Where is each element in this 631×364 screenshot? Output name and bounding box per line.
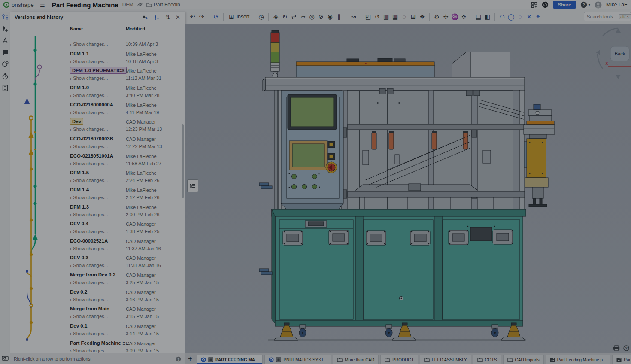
release-icon[interactable]: [2, 37, 9, 44]
show-changes-link[interactable]: ›Show changes...: [70, 195, 108, 200]
preview-corner[interactable]: [0, 353, 10, 364]
electrical-cabinet[interactable]: [272, 209, 526, 326]
show-changes-link[interactable]: ›Show changes...: [70, 331, 108, 336]
show-changes-link[interactable]: ›Show changes...: [70, 246, 108, 251]
bom-icon[interactable]: [2, 85, 9, 91]
close-panel-icon[interactable]: ✕: [176, 15, 180, 20]
user-name[interactable]: Mike LaF: [606, 2, 631, 8]
revolute-mate-icon[interactable]: ↻: [280, 13, 289, 20]
cam-relation-icon[interactable]: ✣: [441, 13, 450, 20]
show-changes-link[interactable]: ›Show changes...: [70, 178, 108, 183]
hopper-box[interactable]: [452, 52, 510, 79]
gear-relation-icon[interactable]: ⚙: [432, 13, 441, 20]
show-changes-link[interactable]: ›Show changes...: [70, 93, 108, 98]
group-icon[interactable]: ⊞: [409, 13, 418, 20]
version-row[interactable]: ECO-0218000000A›Show changes...Mike LaFl…: [10, 101, 185, 118]
view-cube[interactable]: Back X Z: [594, 25, 631, 83]
document-tab[interactable]: Part: [612, 355, 631, 364]
version-row[interactable]: Dev›Show changes...CAD Manager12:23 PM M…: [10, 118, 185, 135]
version-row[interactable]: DFM 1.4›Show changes...Mike LaFleche2:12…: [10, 186, 185, 203]
version-row[interactable]: ECO-00002521A›Show changes...CAD Manager…: [10, 237, 185, 254]
show-changes-link[interactable]: ›Show changes...: [70, 263, 108, 268]
graphics-viewport[interactable]: Back X Z ?: [185, 24, 631, 353]
pin-slot-mate-icon[interactable]: ⊘: [316, 13, 325, 20]
document-tab[interactable]: Part Feeding Machine.p...: [546, 355, 611, 364]
show-changes-link[interactable]: ›Show changes...: [70, 127, 108, 132]
instance-list-toggle[interactable]: [187, 179, 198, 192]
show-changes-link[interactable]: ›Show changes...: [70, 348, 108, 353]
machine-3d-model[interactable]: [185, 24, 631, 353]
show-changes-link[interactable]: ›Show changes...: [70, 161, 108, 166]
control-panel[interactable]: [281, 91, 343, 209]
show-changes-link[interactable]: ›Show changes...: [70, 144, 108, 149]
document-tab[interactable]: FEED ASSEMBLY: [420, 355, 471, 364]
ball-mate-icon[interactable]: ◉: [325, 13, 334, 20]
linear-pattern-icon[interactable]: ▦: [391, 13, 400, 20]
version-row[interactable]: Dev 0.2›Show changes...CAD Manager3:16 P…: [10, 288, 185, 305]
insight-icon[interactable]: [2, 61, 9, 68]
learning-center-icon[interactable]: [542, 1, 549, 8]
named-views-icon[interactable]: ⌖: [534, 13, 543, 20]
version-row[interactable]: Merge from Dev 0.2›Show changes...CAD Ma…: [10, 271, 185, 288]
document-tab[interactable]: More than CAD: [333, 355, 379, 364]
panel-scrollbar[interactable]: [182, 124, 184, 198]
circular-pattern-icon[interactable]: ◌: [400, 13, 409, 20]
emergency-stop-button[interactable]: [326, 162, 337, 173]
snapshot-icon[interactable]: ◌: [516, 13, 525, 20]
document-tab[interactable]: CAD Imports: [503, 355, 544, 364]
mate-relations-icon[interactable]: ❖: [418, 13, 427, 20]
fastened-mate-icon[interactable]: ◈: [271, 13, 280, 20]
configurations-icon[interactable]: [2, 26, 9, 33]
exploded-view-icon[interactable]: ◯: [507, 13, 516, 20]
version-row[interactable]: DFM 1.1›Show changes...Mike LaFleche10:1…: [10, 50, 185, 67]
version-row[interactable]: DEV 0.3›Show changes...CAD Manager11:31 …: [10, 254, 185, 271]
create-version-icon[interactable]: [142, 15, 148, 20]
rotate-icon[interactable]: ↺: [373, 13, 382, 20]
copy-link-icon[interactable]: [137, 2, 143, 7]
show-changes-link[interactable]: ›Show changes...: [70, 229, 108, 234]
user-avatar[interactable]: [595, 1, 602, 9]
isolate-icon[interactable]: ✕: [525, 13, 534, 20]
document-tab[interactable]: COTS: [473, 355, 501, 364]
document-tab[interactable]: PART FEEDING MA...: [197, 355, 263, 364]
version-row[interactable]: DFM 1.0 PNUEMATICS›Show changes...Mike L…: [10, 67, 185, 84]
help-menu[interactable]: ? ▾: [580, 1, 590, 8]
version-row[interactable]: DFM 1.3›Show changes...Mike LaFleche2:00…: [10, 203, 185, 220]
app-store-icon[interactable]: [531, 2, 537, 8]
undo-icon[interactable]: ↶: [188, 13, 197, 20]
version-row[interactable]: Merge from Main›Show changes...CAD Manag…: [10, 305, 185, 322]
slider-mate-icon[interactable]: ⇄: [289, 13, 298, 20]
show-changes-link[interactable]: ›Show changes...: [70, 42, 108, 47]
create-branch-icon[interactable]: [154, 15, 160, 20]
version-row[interactable]: DFM 1.5›Show changes...Mike LaFleche2:24…: [10, 169, 185, 186]
replicate-icon[interactable]: ▥: [382, 13, 391, 20]
pick-head-assembly[interactable]: [524, 104, 555, 207]
document-tab[interactable]: PRODUCT: [380, 355, 418, 364]
planar-mate-icon[interactable]: ▱: [298, 13, 307, 20]
status-help-icon[interactable]: ?: [176, 356, 181, 362]
parallel-mate-icon[interactable]: ∥: [334, 13, 343, 20]
show-changes-link[interactable]: ›Show changes...: [70, 280, 108, 285]
path-mate-icon[interactable]: ↝: [349, 13, 358, 20]
add-tab-button[interactable]: +: [185, 353, 196, 364]
screw-relation-icon[interactable]: ≎: [459, 13, 468, 20]
show-changes-link[interactable]: ›Show changes...: [70, 59, 108, 64]
show-changes-link[interactable]: ›Show changes...: [70, 314, 108, 319]
version-row[interactable]: Dev 0.1›Show changes...CAD Manager3:14 P…: [10, 322, 185, 339]
show-changes-link[interactable]: ›Show changes...: [70, 76, 108, 81]
version-row[interactable]: ECO-0218051001A›Show changes...Mike LaFl…: [10, 152, 185, 169]
version-row[interactable]: ›Show changes...10:39 AM Apr 3: [10, 36, 185, 50]
show-changes-link[interactable]: ›Show changes...: [70, 110, 108, 115]
display-states-icon[interactable]: ▤: [474, 13, 483, 20]
version-row[interactable]: DEV 0.4›Show changes...CAD Manager1:38 P…: [10, 220, 185, 237]
comments-icon[interactable]: [2, 49, 9, 56]
performance-icon[interactable]: [2, 73, 9, 80]
insert-button[interactable]: ⊞Insert: [226, 13, 251, 20]
versions-history-icon[interactable]: [2, 14, 9, 21]
breadcrumb-folder[interactable]: Part Feedin...: [146, 2, 186, 8]
share-button[interactable]: Share: [553, 1, 576, 9]
section-view-icon[interactable]: ◠: [498, 13, 507, 20]
cylindrical-mate-icon[interactable]: ◎: [307, 13, 316, 20]
appearance-icon[interactable]: ◧: [483, 13, 492, 20]
version-row[interactable]: Part Feeding Machine ::...›Show changes.…: [10, 339, 185, 353]
